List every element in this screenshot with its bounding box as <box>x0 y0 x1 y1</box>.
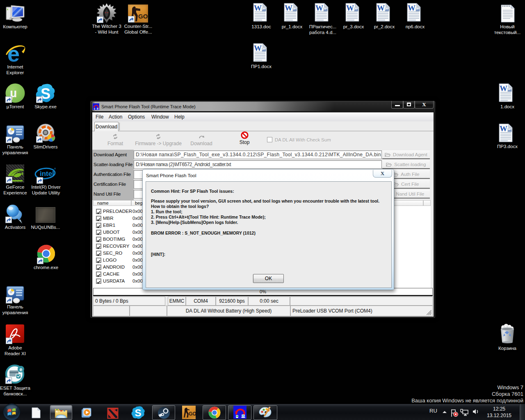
svg-text:S: S <box>135 407 142 418</box>
svg-text:intel: intel <box>40 170 54 178</box>
svg-text:GO: GO <box>138 13 148 20</box>
svg-text:GO: GO <box>189 411 196 417</box>
svg-text:e: e <box>20 367 23 372</box>
